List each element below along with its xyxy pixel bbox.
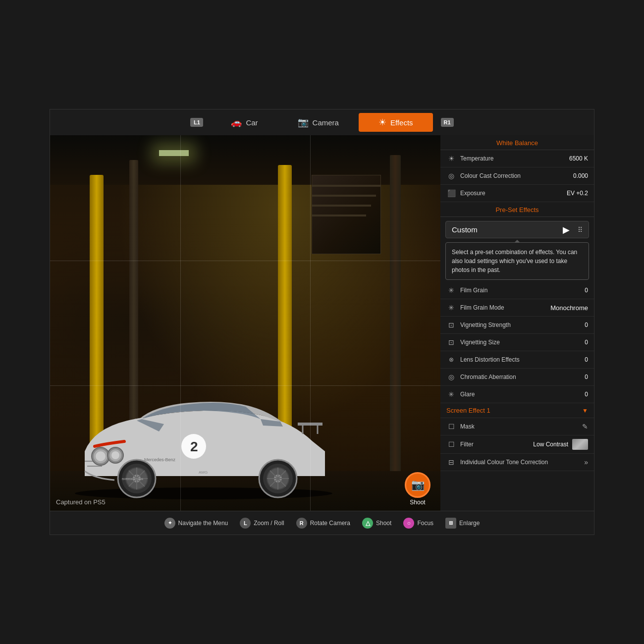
film-grain-row[interactable]: ✳ Film Grain 0 [440,282,594,299]
lens-distortion-row[interactable]: ⊗ Lens Distortion Effects 0 [440,351,594,369]
colour-cast-label: Colour Cast Correction [460,172,573,179]
l1-button[interactable]: L1 [182,114,211,131]
chromatic-aberration-row[interactable]: ◎ Chromatic Aberration 0 [440,369,594,386]
tab-camera-label: Camera [313,118,339,127]
temperature-label: Temperature [460,155,569,162]
control-focus: ○ Focus [403,518,433,529]
tab-car-label: Car [246,118,258,127]
l1-icon: L1 [190,118,203,127]
r1-button[interactable]: R1 [433,114,462,131]
effects-sun-icon: ☀ [378,117,386,128]
individual-colour-row[interactable]: ⊟ Individual Colour Tone Correction » [440,454,594,471]
vignetting-strength-label: Vignetting Strength [460,322,585,328]
stair-3 [312,205,371,207]
main-content: 2 [50,135,594,511]
lens-distortion-value: 0 [585,356,588,363]
stair-4 [312,215,366,216]
app-window: L1 🚗 Car 📷 Camera ☀ Effects R1 [50,109,594,535]
nav-tabs: L1 🚗 Car 📷 Camera ☀ Effects R1 [182,113,461,132]
photo-area: 2 [50,135,440,511]
stair-2 [312,195,376,197]
filter-label: Filter [460,441,533,448]
lens-distortion-label: Lens Distortion Effects [460,356,585,363]
tab-car[interactable]: 🚗 Car [211,113,277,132]
chromatic-aberration-label: Chromatic Aberration [460,374,585,380]
film-grain-value: 0 [585,287,588,294]
focus-label: Focus [417,520,433,527]
film-grain-icon: ✳ [446,285,456,295]
stair-1 [312,185,381,187]
film-grain-mode-value: Monochrome [550,304,588,312]
top-nav: L1 🚗 Car 📷 Camera ☀ Effects R1 [50,109,594,135]
captured-label: Captured on PS5 [56,498,106,506]
focus-btn-icon[interactable]: ○ [403,518,414,529]
temperature-row[interactable]: ☀ Temperature 6500 K [440,150,594,167]
bottom-bar: ✦ Navigate the Menu L Zoom / Roll R Rota… [50,511,594,535]
temperature-value: 6500 K [569,155,588,162]
mask-edit-icon[interactable]: ✎ [582,423,588,430]
svg-text:2: 2 [190,439,198,454]
colour-cast-value: 0.000 [573,172,588,179]
preset-effects-title: Pre-Set Effects [440,202,594,217]
glare-label: Glare [460,391,585,398]
filter-value: Low Contrast [533,441,568,448]
filter-icon: ☐ [446,439,456,449]
control-enlarge: ⊞ Enlarge [445,518,480,529]
film-grain-label: Film Grain [460,287,585,294]
r1-icon: R1 [441,118,454,127]
exposure-value: EV +0.2 [567,190,588,197]
exposure-icon: ⬛ [446,188,456,198]
preset-dropdown-text: Custom [452,225,478,234]
shoot-control-label: Shoot [376,520,391,527]
zoom-btn-icon[interactable]: L [240,518,251,529]
zoom-label: Zoom / Roll [254,520,284,527]
colour-cast-icon: ◎ [446,171,456,181]
screen-effect-title: Screen Effect 1 [446,407,490,414]
tab-camera[interactable]: 📷 Camera [278,113,359,132]
ceiling [50,135,440,185]
screen-effect-header[interactable]: Screen Effect 1 ▼ [440,403,594,418]
individual-colour-icon: ⊟ [446,457,456,467]
control-zoom: L Zoom / Roll [240,518,284,529]
photo-background: 2 [50,135,440,511]
navigate-btn-icon[interactable]: ✦ [164,518,175,529]
control-shoot: △ Shoot [362,518,391,529]
vignetting-size-value: 0 [585,339,588,346]
mask-row[interactable]: ☐ Mask ✎ [440,418,594,435]
preset-dropdown[interactable]: Custom ▶ ⠿ [445,221,589,238]
glare-row[interactable]: ✳ Glare 0 [440,386,594,403]
control-navigate: ✦ Navigate the Menu [164,518,228,529]
white-balance-title: White Balance [440,135,594,150]
camera-icon: 📷 [298,117,309,128]
exposure-row[interactable]: ⬛ Exposure EV +0.2 [440,185,594,202]
shoot-label: Shoot [410,499,425,506]
glare-icon: ✳ [446,389,456,399]
svg-text:AMG: AMG [199,470,208,475]
screen-effect-arrow: ▼ [582,407,588,414]
vignetting-strength-icon: ⊡ [446,320,456,330]
rotate-btn-icon[interactable]: R [296,518,307,529]
vignetting-strength-value: 0 [585,322,588,328]
camera-shutter-icon: 📷 [411,479,425,491]
svg-text:BRIDGESTONE: BRIDGESTONE [122,478,144,481]
svg-point-5 [96,451,106,461]
mask-icon: ☐ [446,422,456,431]
vignetting-strength-row[interactable]: ⊡ Vignetting Strength 0 [440,317,594,334]
enlarge-btn-icon[interactable]: ⊞ [445,518,456,529]
individual-colour-label: Individual Colour Tone Correction [460,459,584,466]
enlarge-label: Enlarge [459,520,480,527]
film-grain-mode-icon: ✳ [446,303,456,313]
chromatic-aberration-value: 0 [585,374,588,380]
filter-thumbnail [572,439,588,450]
film-grain-mode-row[interactable]: ✳ Film Grain Mode Monochrome [440,299,594,317]
vignetting-size-row[interactable]: ⊡ Vignetting Size 0 [440,334,594,351]
shoot-button[interactable]: 📷 [405,472,430,498]
tab-effects[interactable]: ☀ Effects [359,113,433,132]
filter-row[interactable]: ☐ Filter Low Contrast [440,435,594,454]
shoot-button-container: 📷 Shoot [405,472,430,506]
car-image: 2 [55,392,352,501]
car-icon: 🚗 [231,117,242,128]
rotate-label: Rotate Camera [310,520,350,527]
shoot-btn-icon[interactable]: △ [362,518,373,529]
colour-cast-row[interactable]: ◎ Colour Cast Correction 0.000 [440,167,594,185]
